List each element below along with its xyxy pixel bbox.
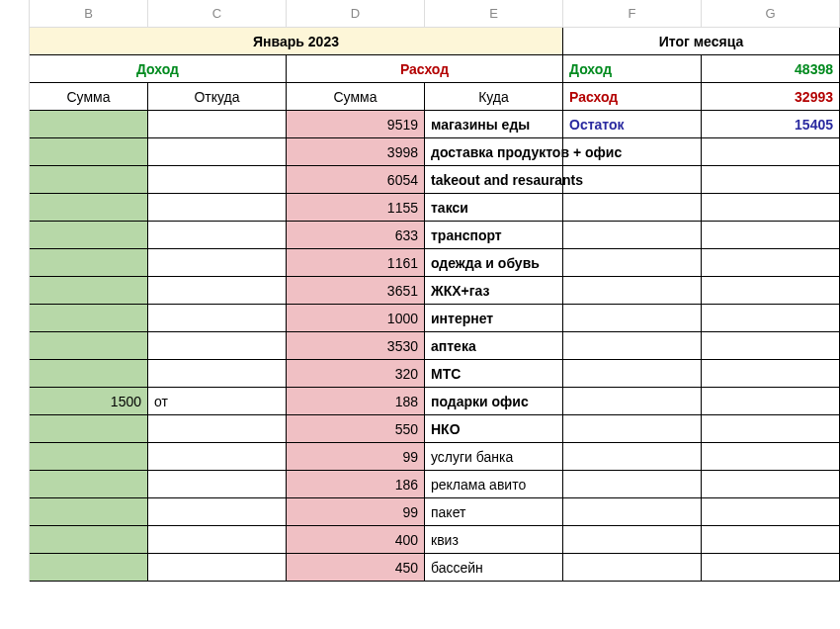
income-amount-cell[interactable] <box>30 111 148 138</box>
expense-to-cell[interactable]: услуги банка <box>425 443 563 471</box>
income-amount-cell[interactable] <box>30 360 148 388</box>
income-from-cell[interactable] <box>148 277 287 305</box>
expense-to-cell[interactable]: takeout and resaurants <box>425 166 563 194</box>
expense-amount-cell[interactable]: 633 <box>287 222 425 249</box>
income-amount-cell[interactable] <box>30 415 148 443</box>
empty-cell[interactable] <box>702 277 840 305</box>
income-from-cell[interactable] <box>148 471 287 498</box>
empty-cell[interactable] <box>563 388 702 415</box>
empty-cell[interactable] <box>702 415 840 443</box>
empty-cell[interactable] <box>563 249 702 277</box>
empty-cell[interactable] <box>563 415 702 443</box>
empty-cell[interactable] <box>702 360 840 388</box>
income-amount-cell[interactable] <box>30 194 148 222</box>
expense-to-cell[interactable]: интернет <box>425 305 563 332</box>
expense-amount-cell[interactable]: 3998 <box>287 138 425 166</box>
income-amount-cell[interactable] <box>30 305 148 332</box>
empty-cell[interactable] <box>702 222 840 249</box>
empty-cell[interactable] <box>563 194 702 222</box>
empty-cell[interactable] <box>702 332 840 360</box>
empty-cell[interactable] <box>702 498 840 526</box>
expense-to-cell[interactable]: магазины еды <box>425 111 563 138</box>
expense-to-cell[interactable]: транспорт <box>425 222 563 249</box>
income-from-cell[interactable] <box>148 526 287 554</box>
empty-cell[interactable] <box>563 305 702 332</box>
income-from-cell[interactable] <box>148 554 287 582</box>
income-from-cell[interactable] <box>148 498 287 526</box>
income-from-cell[interactable] <box>148 305 287 332</box>
expense-amount-cell[interactable]: 9519 <box>287 111 425 138</box>
income-amount-cell[interactable] <box>30 277 148 305</box>
expense-amount-cell[interactable]: 186 <box>287 471 425 498</box>
expense-amount-cell[interactable]: 550 <box>287 415 425 443</box>
expense-to-cell[interactable]: доставка продуктов + офис <box>425 138 563 166</box>
expense-amount-cell[interactable]: 3651 <box>287 277 425 305</box>
expense-amount-cell[interactable]: 1161 <box>287 249 425 277</box>
empty-cell[interactable] <box>702 166 840 194</box>
empty-cell[interactable] <box>702 249 840 277</box>
income-amount-cell[interactable] <box>30 222 148 249</box>
income-amount-cell[interactable] <box>30 498 148 526</box>
income-amount-cell[interactable] <box>30 443 148 471</box>
expense-to-cell[interactable]: одежда и обувь <box>425 249 563 277</box>
expense-amount-cell[interactable]: 1000 <box>287 305 425 332</box>
expense-amount-cell[interactable]: 1155 <box>287 194 425 222</box>
empty-cell[interactable] <box>563 498 702 526</box>
empty-cell[interactable] <box>563 360 702 388</box>
income-from-cell[interactable]: от <box>148 388 287 415</box>
income-from-cell[interactable] <box>148 332 287 360</box>
empty-cell[interactable] <box>563 554 702 582</box>
expense-to-cell[interactable]: пакет <box>425 498 563 526</box>
expense-amount-cell[interactable]: 99 <box>287 498 425 526</box>
expense-to-cell[interactable]: НКО <box>425 415 563 443</box>
empty-cell[interactable] <box>702 443 840 471</box>
empty-cell[interactable] <box>702 526 840 554</box>
income-from-cell[interactable] <box>148 443 287 471</box>
income-from-cell[interactable] <box>148 249 287 277</box>
income-from-cell[interactable] <box>148 166 287 194</box>
expense-amount-cell[interactable]: 3530 <box>287 332 425 360</box>
empty-cell[interactable] <box>563 166 702 194</box>
income-amount-cell[interactable] <box>30 332 148 360</box>
expense-amount-cell[interactable]: 6054 <box>287 166 425 194</box>
spreadsheet[interactable]: BCDEFGЯнварь 2023Итог месяцаДоходРасходД… <box>0 0 840 582</box>
expense-to-cell[interactable]: квиз <box>425 526 563 554</box>
income-amount-cell[interactable] <box>30 166 148 194</box>
income-from-cell[interactable] <box>148 194 287 222</box>
expense-to-cell[interactable]: аптека <box>425 332 563 360</box>
income-from-cell[interactable] <box>148 138 287 166</box>
empty-cell[interactable] <box>563 222 702 249</box>
expense-to-cell[interactable]: такси <box>425 194 563 222</box>
empty-cell[interactable] <box>563 526 702 554</box>
income-amount-cell[interactable]: 1500 <box>30 388 148 415</box>
income-amount-cell[interactable] <box>30 526 148 554</box>
empty-cell[interactable] <box>702 305 840 332</box>
income-amount-cell[interactable] <box>30 471 148 498</box>
empty-cell[interactable] <box>563 471 702 498</box>
empty-cell[interactable] <box>563 277 702 305</box>
income-amount-cell[interactable] <box>30 554 148 582</box>
empty-cell[interactable] <box>702 194 840 222</box>
income-amount-cell[interactable] <box>30 138 148 166</box>
expense-amount-cell[interactable]: 99 <box>287 443 425 471</box>
expense-amount-cell[interactable]: 188 <box>287 388 425 415</box>
empty-cell[interactable] <box>563 443 702 471</box>
income-from-cell[interactable] <box>148 415 287 443</box>
empty-cell[interactable] <box>702 388 840 415</box>
empty-cell[interactable] <box>702 138 840 166</box>
income-from-cell[interactable] <box>148 111 287 138</box>
expense-to-cell[interactable]: реклама авито <box>425 471 563 498</box>
empty-cell[interactable] <box>702 554 840 582</box>
empty-cell[interactable] <box>563 332 702 360</box>
expense-to-cell[interactable]: бассейн <box>425 554 563 582</box>
expense-to-cell[interactable]: ЖКХ+газ <box>425 277 563 305</box>
expense-amount-cell[interactable]: 450 <box>287 554 425 582</box>
income-from-cell[interactable] <box>148 222 287 249</box>
income-amount-cell[interactable] <box>30 249 148 277</box>
income-from-cell[interactable] <box>148 360 287 388</box>
expense-amount-cell[interactable]: 320 <box>287 360 425 388</box>
expense-amount-cell[interactable]: 400 <box>287 526 425 554</box>
expense-to-cell[interactable]: МТС <box>425 360 563 388</box>
empty-cell[interactable] <box>702 471 840 498</box>
expense-to-cell[interactable]: подарки офис <box>425 388 563 415</box>
